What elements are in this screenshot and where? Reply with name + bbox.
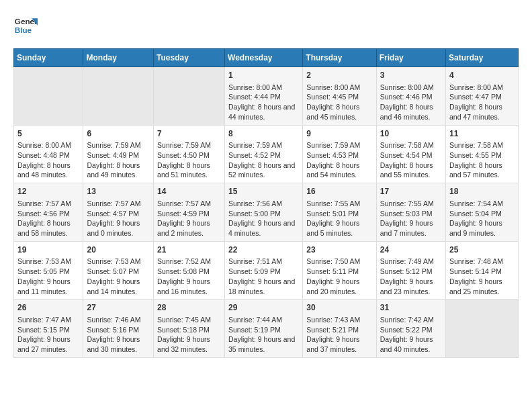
day-info: Sunrise: 7:53 AMSunset: 5:05 PMDaylight:…	[17, 257, 79, 296]
day-info: Sunrise: 7:59 AMSunset: 4:52 PMDaylight:…	[228, 140, 299, 180]
day-number: 28	[157, 302, 221, 314]
day-info: Sunrise: 7:57 AMSunset: 4:56 PMDaylight:…	[17, 199, 79, 238]
calendar-cell	[14, 67, 83, 126]
calendar-cell: 27Sunrise: 7:46 AMSunset: 5:16 PMDayligh…	[83, 300, 154, 358]
weekday-header: Monday	[83, 49, 154, 67]
calendar-cell: 5Sunrise: 8:00 AMSunset: 4:48 PMDaylight…	[14, 125, 83, 183]
day-info: Sunrise: 7:59 AMSunset: 4:49 PMDaylight:…	[87, 140, 150, 180]
calendar-cell: 15Sunrise: 7:56 AMSunset: 5:00 PMDayligh…	[225, 183, 303, 242]
calendar-cell: 12Sunrise: 7:57 AMSunset: 4:56 PMDayligh…	[14, 183, 83, 242]
day-info: Sunrise: 7:43 AMSunset: 5:21 PMDaylight:…	[306, 315, 372, 355]
day-number: 14	[157, 186, 221, 197]
day-number: 5	[17, 128, 79, 140]
calendar-cell: 30Sunrise: 7:43 AMSunset: 5:21 PMDayligh…	[303, 300, 376, 358]
day-number: 17	[380, 186, 442, 197]
calendar-cell: 24Sunrise: 7:49 AMSunset: 5:12 PMDayligh…	[376, 241, 445, 300]
calendar-week-row: 26Sunrise: 7:47 AMSunset: 5:15 PMDayligh…	[14, 300, 519, 358]
day-number: 27	[87, 302, 150, 314]
day-number: 22	[228, 244, 299, 256]
day-number: 3	[380, 70, 442, 81]
day-info: Sunrise: 8:00 AMSunset: 4:45 PMDaylight:…	[306, 83, 372, 122]
weekday-header: Tuesday	[154, 49, 225, 67]
day-number: 20	[87, 244, 150, 256]
calendar-week-row: 19Sunrise: 7:53 AMSunset: 5:05 PMDayligh…	[14, 241, 519, 300]
day-number: 1	[228, 70, 299, 81]
day-number: 24	[380, 244, 442, 256]
weekday-header: Thursday	[303, 49, 376, 67]
calendar-cell: 26Sunrise: 7:47 AMSunset: 5:15 PMDayligh…	[14, 300, 83, 358]
calendar-week-row: 5Sunrise: 8:00 AMSunset: 4:48 PMDaylight…	[14, 125, 519, 183]
weekday-header: Wednesday	[225, 49, 303, 67]
day-info: Sunrise: 7:47 AMSunset: 5:15 PMDaylight:…	[17, 315, 79, 355]
calendar-cell: 23Sunrise: 7:50 AMSunset: 5:11 PMDayligh…	[303, 241, 376, 300]
calendar-cell: 3Sunrise: 8:00 AMSunset: 4:46 PMDaylight…	[376, 67, 445, 126]
day-info: Sunrise: 7:42 AMSunset: 5:22 PMDaylight:…	[380, 315, 442, 355]
calendar-cell: 16Sunrise: 7:55 AMSunset: 5:01 PMDayligh…	[303, 183, 376, 242]
day-info: Sunrise: 7:57 AMSunset: 4:57 PMDaylight:…	[87, 199, 150, 238]
day-info: Sunrise: 7:48 AMSunset: 5:14 PMDaylight:…	[449, 257, 515, 296]
calendar-cell: 17Sunrise: 7:55 AMSunset: 5:03 PMDayligh…	[376, 183, 445, 242]
day-info: Sunrise: 7:58 AMSunset: 4:55 PMDaylight:…	[449, 140, 515, 180]
day-info: Sunrise: 7:59 AMSunset: 4:53 PMDaylight:…	[306, 140, 372, 180]
calendar-cell: 6Sunrise: 7:59 AMSunset: 4:49 PMDaylight…	[83, 125, 154, 183]
day-info: Sunrise: 7:44 AMSunset: 5:19 PMDaylight:…	[228, 315, 299, 355]
weekday-header: Friday	[376, 49, 445, 67]
calendar-cell: 29Sunrise: 7:44 AMSunset: 5:19 PMDayligh…	[225, 300, 303, 358]
calendar-cell: 7Sunrise: 7:59 AMSunset: 4:50 PMDaylight…	[154, 125, 225, 183]
day-number: 31	[380, 302, 442, 314]
day-number: 9	[306, 128, 372, 140]
calendar-cell: 2Sunrise: 8:00 AMSunset: 4:45 PMDaylight…	[303, 67, 376, 126]
weekday-header: Saturday	[446, 49, 519, 67]
calendar-table: SundayMondayTuesdayWednesdayThursdayFrid…	[13, 48, 519, 358]
day-info: Sunrise: 7:55 AMSunset: 5:03 PMDaylight:…	[380, 199, 442, 238]
day-info: Sunrise: 7:52 AMSunset: 5:08 PMDaylight:…	[157, 257, 221, 296]
day-info: Sunrise: 7:45 AMSunset: 5:18 PMDaylight:…	[157, 315, 221, 355]
day-number: 11	[449, 128, 515, 140]
day-number: 15	[228, 186, 299, 197]
day-info: Sunrise: 7:51 AMSunset: 5:09 PMDaylight:…	[228, 257, 299, 296]
calendar-cell: 13Sunrise: 7:57 AMSunset: 4:57 PMDayligh…	[83, 183, 154, 242]
calendar-cell	[83, 67, 154, 126]
logo-icon: General Blue	[13, 13, 38, 38]
day-info: Sunrise: 7:55 AMSunset: 5:01 PMDaylight:…	[306, 199, 372, 238]
day-info: Sunrise: 8:00 AMSunset: 4:44 PMDaylight:…	[228, 83, 299, 122]
day-info: Sunrise: 7:54 AMSunset: 5:04 PMDaylight:…	[449, 199, 515, 238]
day-number: 21	[157, 244, 221, 256]
day-number: 25	[449, 244, 515, 256]
day-number: 29	[228, 302, 299, 314]
header-row: SundayMondayTuesdayWednesdayThursdayFrid…	[14, 49, 519, 67]
calendar-cell: 25Sunrise: 7:48 AMSunset: 5:14 PMDayligh…	[446, 241, 519, 300]
calendar-cell: 4Sunrise: 8:00 AMSunset: 4:47 PMDaylight…	[446, 67, 519, 126]
weekday-header: Sunday	[14, 49, 83, 67]
calendar-cell: 11Sunrise: 7:58 AMSunset: 4:55 PMDayligh…	[446, 125, 519, 183]
day-number: 13	[87, 186, 150, 197]
day-number: 18	[449, 186, 515, 197]
day-info: Sunrise: 7:46 AMSunset: 5:16 PMDaylight:…	[87, 315, 150, 355]
calendar-cell: 19Sunrise: 7:53 AMSunset: 5:05 PMDayligh…	[14, 241, 83, 300]
day-number: 4	[449, 70, 515, 81]
day-number: 6	[87, 128, 150, 140]
calendar-body: 1Sunrise: 8:00 AMSunset: 4:44 PMDaylight…	[14, 67, 519, 358]
day-info: Sunrise: 7:58 AMSunset: 4:54 PMDaylight:…	[380, 140, 442, 180]
calendar-cell	[154, 67, 225, 126]
day-number: 2	[306, 70, 372, 81]
calendar-cell: 21Sunrise: 7:52 AMSunset: 5:08 PMDayligh…	[154, 241, 225, 300]
day-info: Sunrise: 8:00 AMSunset: 4:48 PMDaylight:…	[17, 140, 79, 180]
day-number: 10	[380, 128, 442, 140]
day-info: Sunrise: 7:49 AMSunset: 5:12 PMDaylight:…	[380, 257, 442, 296]
day-number: 12	[17, 186, 79, 197]
calendar-cell: 14Sunrise: 7:57 AMSunset: 4:59 PMDayligh…	[154, 183, 225, 242]
day-number: 16	[306, 186, 372, 197]
day-number: 30	[306, 302, 372, 314]
day-info: Sunrise: 7:56 AMSunset: 5:00 PMDaylight:…	[228, 199, 299, 238]
svg-text:Blue: Blue	[15, 26, 32, 34]
day-info: Sunrise: 7:57 AMSunset: 4:59 PMDaylight:…	[157, 199, 221, 238]
calendar-week-row: 1Sunrise: 8:00 AMSunset: 4:44 PMDaylight…	[14, 67, 519, 126]
calendar-cell: 1Sunrise: 8:00 AMSunset: 4:44 PMDaylight…	[225, 67, 303, 126]
calendar-cell: 28Sunrise: 7:45 AMSunset: 5:18 PMDayligh…	[154, 300, 225, 358]
day-info: Sunrise: 7:59 AMSunset: 4:50 PMDaylight:…	[157, 140, 221, 180]
day-info: Sunrise: 8:00 AMSunset: 4:47 PMDaylight:…	[449, 83, 515, 122]
calendar-header: SundayMondayTuesdayWednesdayThursdayFrid…	[14, 49, 519, 67]
calendar-week-row: 12Sunrise: 7:57 AMSunset: 4:56 PMDayligh…	[14, 183, 519, 242]
day-number: 19	[17, 244, 79, 256]
